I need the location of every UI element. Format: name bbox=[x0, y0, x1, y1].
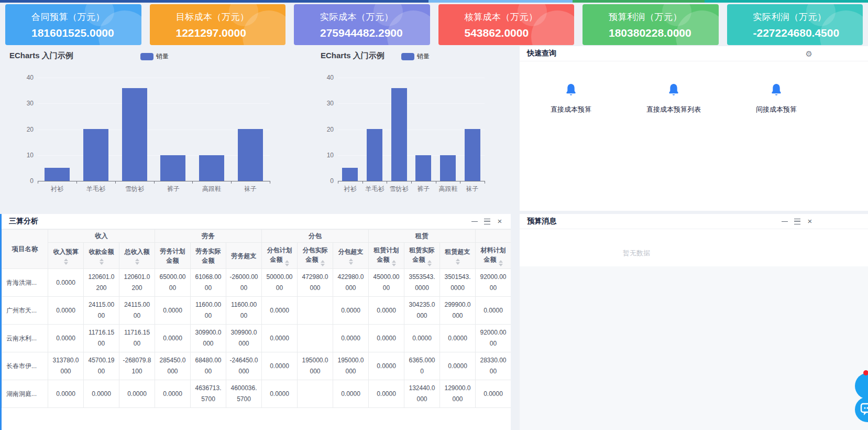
col-header-1[interactable]: 收入预算 bbox=[48, 243, 84, 269]
col-header-title: 劳务实际 bbox=[192, 246, 225, 256]
cell-project-name: 青海洪湖... bbox=[2, 269, 48, 297]
x-axis-tick bbox=[362, 181, 363, 184]
sort-carets-icon[interactable] bbox=[285, 260, 289, 266]
cell-value: 6365.0000 bbox=[404, 352, 440, 380]
col-header-5: 劳务实际金额 bbox=[191, 243, 226, 269]
cell-value: 24115.0000 bbox=[119, 297, 155, 325]
x-axis-tick bbox=[38, 181, 38, 184]
col-header-13[interactable]: 材料计划金额 bbox=[476, 243, 511, 269]
col-header-11[interactable]: 租赁实际金额 bbox=[404, 243, 440, 269]
sort-carets-icon[interactable] bbox=[85, 259, 118, 265]
cell-value: 299900.0000 bbox=[440, 297, 476, 325]
gridline bbox=[38, 130, 270, 130]
cell-value bbox=[298, 380, 333, 408]
col-header-9[interactable]: 分包超支 bbox=[333, 243, 369, 269]
quick-item-3[interactable]: 间接成本预算 bbox=[725, 83, 828, 114]
cell-value: 422980.0000 bbox=[333, 269, 369, 297]
legend-item[interactable]: 销量 bbox=[401, 52, 430, 61]
cell-value: 309900.0000 bbox=[191, 325, 226, 352]
empty-data-text: 暂无数据 bbox=[520, 249, 753, 258]
cell-value: 0.0000 bbox=[262, 325, 298, 352]
bar bbox=[160, 155, 185, 181]
quick-item-2[interactable]: 直接成本预算列表 bbox=[622, 83, 725, 114]
y-axis-label: 40 bbox=[17, 74, 34, 81]
x-axis-label: 袜子 bbox=[231, 185, 270, 194]
sort-carets-icon[interactable] bbox=[321, 260, 325, 266]
bar bbox=[45, 168, 70, 181]
quick-item-label: 直接成本预算列表 bbox=[622, 105, 725, 114]
cell-value: -268079.8100 bbox=[119, 352, 155, 380]
col-header-7[interactable]: 分包计划金额 bbox=[262, 243, 298, 269]
cell-value: 0.0000 bbox=[84, 380, 119, 408]
cell-value: 0.0000 bbox=[155, 380, 191, 408]
legend-item[interactable]: 销量 bbox=[140, 52, 169, 61]
gridline bbox=[338, 155, 485, 156]
cell-project-name: 湖南洞庭... bbox=[2, 380, 48, 408]
col-header-subtitle: 金额 bbox=[263, 255, 296, 266]
cell-value: 0.0000 bbox=[262, 380, 298, 408]
sort-carets-icon[interactable] bbox=[49, 259, 82, 265]
cell-value: 0.0000 bbox=[333, 297, 369, 325]
col-header-title: 分包实际 bbox=[299, 245, 332, 255]
sort-carets-icon[interactable] bbox=[499, 260, 503, 266]
cell-value: 68480.0000 bbox=[191, 352, 226, 380]
gridline bbox=[38, 78, 270, 78]
group-header-4: 租赁 bbox=[369, 230, 476, 243]
sort-carets-icon[interactable] bbox=[334, 259, 367, 265]
panel-title: 三算分析 bbox=[9, 217, 38, 226]
bar bbox=[440, 155, 456, 181]
y-axis-label: 20 bbox=[317, 126, 334, 133]
sort-carets-icon[interactable] bbox=[441, 259, 474, 265]
sort-carets-icon[interactable] bbox=[427, 260, 432, 266]
table-row: 广州市天...0.000024115.000024115.00000.00001… bbox=[2, 297, 511, 325]
gridline bbox=[338, 78, 485, 78]
sort-carets-icon[interactable] bbox=[120, 259, 153, 265]
kpi-value: 1221297.0000 bbox=[176, 27, 286, 39]
y-axis-label: 30 bbox=[317, 100, 334, 107]
close-button[interactable]: × bbox=[496, 218, 503, 225]
panel-title: 快速查询 bbox=[527, 49, 556, 58]
bar bbox=[83, 129, 108, 181]
sort-carets-icon[interactable] bbox=[392, 260, 396, 266]
col-header-title: 租赁实际 bbox=[405, 245, 438, 255]
col-header-3[interactable]: 总收入额 bbox=[119, 243, 155, 269]
gridline bbox=[38, 103, 270, 104]
minimize-button[interactable] bbox=[781, 218, 788, 225]
cell-value: 285450.0000 bbox=[155, 352, 191, 380]
gear-icon[interactable]: ⚙ bbox=[806, 50, 812, 58]
col-header-subtitle: 金额 bbox=[477, 255, 510, 266]
menu-icon bbox=[484, 219, 490, 224]
kpi-title: 合同预算（万元） bbox=[31, 11, 141, 23]
close-button[interactable]: × bbox=[806, 218, 814, 225]
group-header-5 bbox=[476, 230, 511, 243]
cell-value: 0.0000 bbox=[369, 352, 404, 380]
kpi-title: 预算利润（万元） bbox=[609, 11, 719, 23]
col-header-10[interactable]: 租赁计划金额 bbox=[369, 243, 404, 269]
menu-button[interactable] bbox=[794, 218, 801, 225]
col-header-2[interactable]: 收款金额 bbox=[84, 243, 119, 269]
menu-button[interactable] bbox=[484, 218, 491, 225]
group-header-3: 分包 bbox=[262, 230, 369, 243]
chat-icon bbox=[860, 403, 868, 416]
cell-value: 50000.0000 bbox=[262, 269, 298, 297]
x-axis-label: 雪纺衫 bbox=[387, 185, 411, 194]
cell-value: 3553543.0000 bbox=[404, 269, 440, 297]
col-header-4: 劳务计划金额 bbox=[155, 243, 191, 269]
cell-value: 0.0000 bbox=[262, 352, 298, 380]
bar bbox=[391, 88, 407, 181]
col-header-12[interactable]: 租赁超支 bbox=[440, 243, 476, 269]
cell-value: 132440.0000 bbox=[404, 380, 440, 408]
chart-title: ECharts 入门示例 bbox=[321, 51, 384, 61]
message-list-area bbox=[520, 266, 868, 430]
cell-value: 45000.0000 bbox=[369, 269, 404, 297]
cell-value: 0.0000 bbox=[48, 325, 84, 352]
minimize-button[interactable] bbox=[471, 218, 478, 225]
x-axis-tick bbox=[115, 181, 116, 184]
col-header-8[interactable]: 分包实际金额 bbox=[298, 243, 333, 269]
quick-item-1[interactable]: 直接成本预算 bbox=[520, 83, 622, 114]
chart-sales-2: ECharts 入门示例销量010203040衬衫羊毛衫雪纺衫裤子高跟鞋袜子 bbox=[272, 47, 516, 211]
kpi-title: 核算成本（万元） bbox=[465, 11, 575, 23]
x-axis-label: 高跟鞋 bbox=[436, 185, 460, 194]
cell-value: 0.0000 bbox=[48, 380, 84, 408]
table-head: 项目名称收入劳务分包租赁收入预算收款金额总收入额劳务计划金额劳务实际金额劳务超支… bbox=[2, 230, 511, 269]
